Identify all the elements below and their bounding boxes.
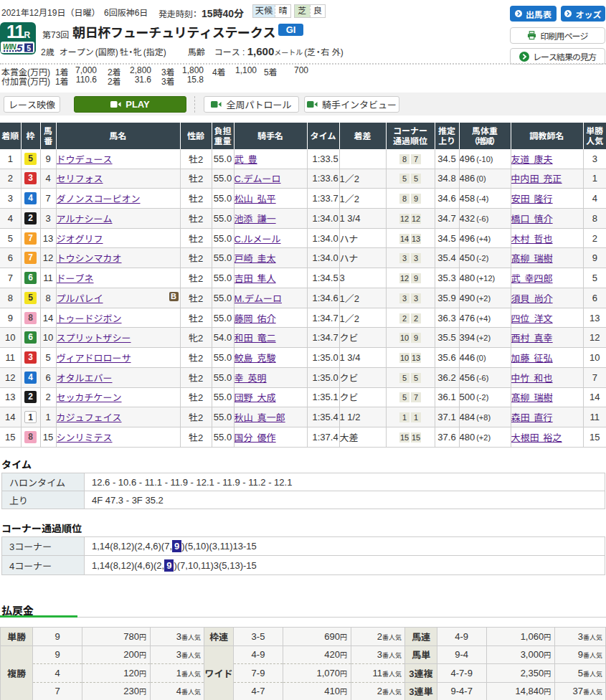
- svg-text:WIN: WIN: [3, 42, 16, 50]
- svg-text:5: 5: [16, 42, 23, 53]
- svg-text:5: 5: [27, 43, 31, 52]
